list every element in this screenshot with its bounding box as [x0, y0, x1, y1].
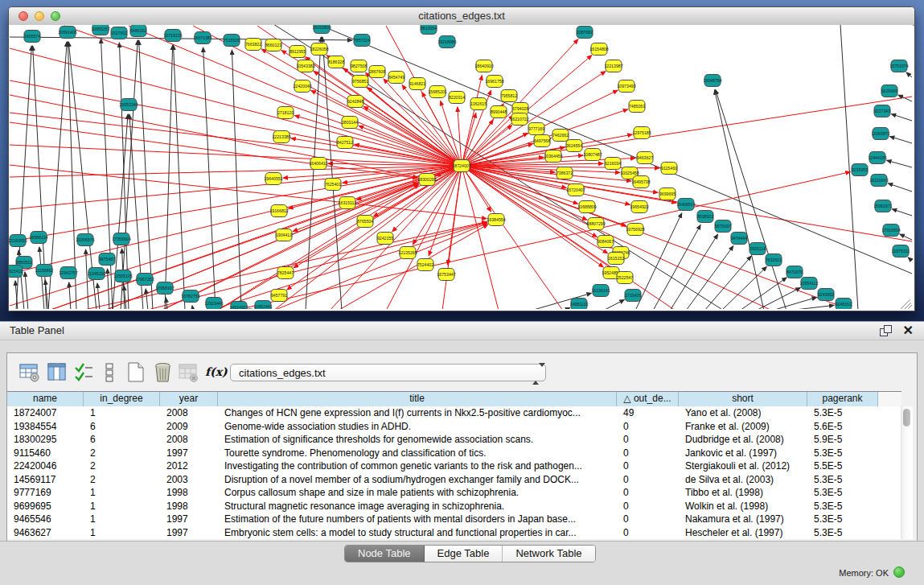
- graph-node[interactable]: 16210722: [510, 113, 528, 126]
- graph-node[interactable]: 9146821: [409, 78, 425, 90]
- zoom-window-icon[interactable]: [51, 11, 60, 21]
- graph-node[interactable]: 16782759: [181, 290, 199, 303]
- column-header-title[interactable]: title: [218, 392, 617, 406]
- graph-node[interactable]: 12444195: [868, 152, 886, 164]
- graph-node[interactable]: 2405574: [24, 31, 40, 43]
- graph-node[interactable]: 11675311: [892, 245, 910, 257]
- graph-node[interactable]: 17957253: [135, 274, 154, 286]
- graph-node[interactable]: 10952441: [253, 301, 272, 310]
- graph-node[interactable]: 9129966: [881, 85, 897, 97]
- graph-node[interactable]: 9227343: [874, 105, 890, 117]
- graph-node[interactable]: 16495738: [631, 176, 650, 188]
- graph-node[interactable]: 18807299: [586, 218, 605, 230]
- graph-node[interactable]: 9242848: [347, 96, 363, 108]
- graph-node[interactable]: 22420046: [293, 80, 311, 93]
- graph-node[interactable]: 15992971: [873, 200, 892, 212]
- new-table-icon[interactable]: [125, 361, 146, 383]
- table-type-tabs[interactable]: Node TableEdge TableNetwork Table: [344, 545, 596, 562]
- graph-node[interactable]: 2522547: [617, 272, 633, 284]
- function-builder-icon[interactable]: f(x): [205, 361, 227, 383]
- graph-node[interactable]: 7632621: [766, 254, 782, 266]
- graph-node[interactable]: 1527602: [111, 27, 127, 39]
- graph-node[interactable]: 10655257: [91, 25, 109, 35]
- graph-node[interactable]: 16409514: [676, 199, 695, 211]
- graph-node[interactable]: 8454749: [388, 72, 405, 84]
- row-height-icon[interactable]: [99, 361, 121, 383]
- table-row[interactable]: 946554611997Estimation of the future num…: [7, 513, 901, 526]
- graph-node[interactable]: 17359924: [112, 233, 130, 245]
- graph-node[interactable]: 6879197: [715, 220, 731, 233]
- graph-node[interactable]: 19384554: [487, 214, 505, 226]
- graph-node[interactable]: 6497568: [534, 135, 550, 147]
- tab-edge-table[interactable]: Edge Table: [425, 546, 503, 562]
- graph-node[interactable]: 7386372: [556, 167, 573, 179]
- table-columns-icon[interactable]: [46, 361, 68, 383]
- scrollbar-thumb[interactable]: [903, 409, 910, 426]
- graph-node[interactable]: 18588134: [29, 232, 47, 244]
- graph-node[interactable]: 10654112: [800, 278, 819, 290]
- network-graph[interactable]: 1872400718300295193845542405574206914061…: [9, 25, 913, 309]
- graph-node[interactable]: 8765504: [357, 216, 373, 228]
- table-panel-titlebar[interactable]: Table Panel ✕: [0, 322, 924, 340]
- graph-node[interactable]: 1733426: [625, 290, 641, 302]
- graph-node[interactable]: 7485063: [629, 101, 645, 113]
- graph-node[interactable]: 2087682: [577, 27, 593, 39]
- graph-node[interactable]: 9242155: [377, 233, 393, 245]
- table-row[interactable]: 1872400712008Changes of HCN gene express…: [7, 406, 901, 420]
- graph-node[interactable]: 16315112: [339, 197, 357, 209]
- graph-node[interactable]: 8427512: [337, 137, 353, 149]
- table-row[interactable]: 1830029562008Estimation of significance …: [7, 433, 901, 447]
- graph-node[interactable]: 2935114: [749, 243, 766, 255]
- graph-node[interactable]: 20364456: [544, 150, 562, 163]
- memory-ok-icon[interactable]: [893, 566, 905, 578]
- graph-node[interactable]: 12213987: [604, 60, 622, 72]
- delete-rows-icon[interactable]: [152, 361, 174, 383]
- graph-node[interactable]: 2803144: [342, 117, 358, 129]
- graph-node[interactable]: 9474444: [731, 233, 747, 245]
- graph-node[interactable]: 16406410: [309, 158, 327, 170]
- network-window[interactable]: citations_edges.txt 18724007183002951938…: [8, 6, 915, 311]
- graph-node[interactable]: 9243652: [818, 289, 834, 301]
- graph-node[interactable]: 19218986: [437, 36, 456, 48]
- table-options-icon[interactable]: [18, 361, 40, 383]
- graph-node[interactable]: 6216034: [605, 158, 621, 170]
- graph-node[interactable]: 16671385: [193, 32, 211, 44]
- float-panel-icon[interactable]: [880, 325, 892, 336]
- graph-node[interactable]: 3915411: [9, 266, 23, 278]
- graph-node[interactable]: 7462662: [552, 130, 569, 142]
- column-header-short[interactable]: short: [679, 392, 807, 406]
- graph-node[interactable]: 12923446: [204, 298, 223, 310]
- graph-node[interactable]: 9457791: [271, 290, 287, 302]
- graph-node[interactable]: 18724007: [452, 160, 470, 172]
- graph-node[interactable]: 9245012: [836, 299, 852, 310]
- graph-node[interactable]: 23160650: [9, 235, 27, 247]
- column-header-pagerank[interactable]: pagerank: [807, 392, 878, 406]
- graph-node[interactable]: 20206576: [76, 234, 94, 246]
- graph-node[interactable]: 16154808: [589, 43, 608, 56]
- graph-node[interactable]: 18640910: [474, 60, 493, 72]
- graph-node[interactable]: 1615152: [608, 253, 624, 265]
- graph-node[interactable]: 18226058: [310, 43, 328, 56]
- graph-node[interactable]: 19166812: [269, 205, 288, 217]
- graph-node[interactable]: 9756851: [352, 76, 368, 88]
- graph-node[interactable]: 17016504: [881, 225, 900, 237]
- graph-node[interactable]: 10688809: [577, 201, 596, 213]
- graph-node[interactable]: 18300295: [417, 174, 436, 186]
- graph-node[interactable]: 3624554: [566, 140, 582, 152]
- table-body[interactable]: 1872400712008Changes of HCN gene express…: [7, 406, 901, 539]
- graph-node[interactable]: 16136141: [591, 285, 610, 297]
- graph-node[interactable]: 10973493: [617, 80, 635, 93]
- graph-node[interactable]: 16210643: [869, 175, 888, 187]
- graph-node[interactable]: 15720407: [566, 184, 585, 196]
- graph-node[interactable]: 9699695: [659, 188, 676, 200]
- graph-node[interactable]: 7825447: [277, 267, 294, 279]
- graph-node[interactable]: 7625401: [325, 179, 341, 191]
- graph-node[interactable]: 1904412: [276, 229, 292, 241]
- graph-node[interactable]: 10807487: [583, 149, 602, 161]
- column-header-in_degree[interactable]: in_degree: [84, 392, 160, 406]
- column-header-out_degree[interactable]: △ out_de...: [617, 392, 679, 406]
- graph-node[interactable]: 8912955: [290, 46, 306, 58]
- table-select-dropdown[interactable]: citations_edges.txt: [230, 364, 546, 381]
- graph-node[interactable]: 7663822: [245, 39, 261, 51]
- graph-node[interactable]: 12942757: [59, 267, 77, 279]
